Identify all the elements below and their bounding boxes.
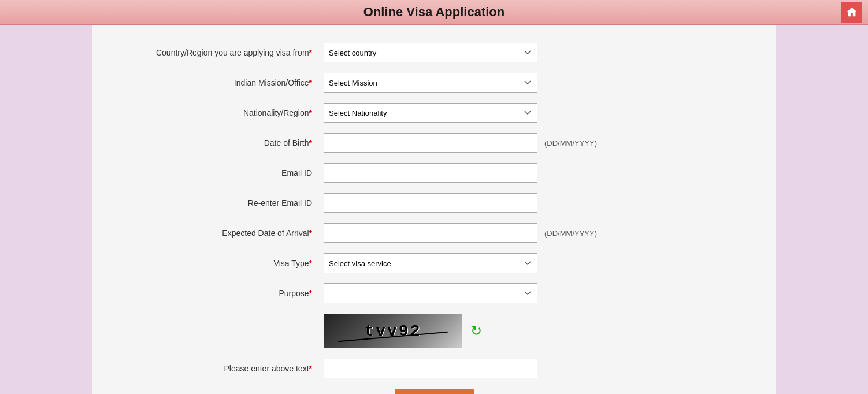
home-icon[interactable]	[841, 2, 862, 23]
dob-input[interactable]	[324, 133, 537, 153]
reenter-email-row: Re-enter Email ID	[116, 193, 752, 213]
dob-row: Date of Birth* (DD/MM/YYYY)	[116, 133, 752, 153]
nationality-required: *	[309, 108, 312, 117]
email-row: Email ID	[116, 163, 752, 183]
country-label: Country/Region you are applying visa fro…	[116, 47, 324, 58]
visa-type-label: Visa Type*	[116, 258, 324, 268]
country-select[interactable]: Select country	[324, 43, 537, 62]
nationality-row: Nationality/Region* Select Nationality	[116, 103, 752, 123]
mission-required: *	[309, 78, 312, 87]
main-content: Country/Region you are applying visa fro…	[92, 25, 776, 394]
arrival-date-input[interactable]	[324, 223, 537, 243]
arrival-date-hint: (DD/MM/YYYY)	[544, 229, 597, 238]
purpose-label: Purpose*	[116, 288, 324, 299]
nationality-select[interactable]: Select Nationality	[324, 103, 537, 123]
dob-label: Date of Birth*	[116, 138, 324, 148]
mission-select[interactable]: Select Mission	[324, 73, 537, 93]
captcha-required: *	[309, 364, 312, 373]
mission-row: Indian Mission/Office* Select Mission	[116, 73, 752, 93]
page-wrapper: Online Visa Application Country/Region y…	[0, 0, 868, 394]
nationality-label: Nationality/Region*	[116, 108, 324, 118]
captcha-row: tvv92 ↻	[116, 314, 752, 348]
captcha-input[interactable]	[324, 359, 537, 378]
country-required: *	[309, 48, 312, 57]
dob-required: *	[309, 138, 312, 148]
visa-type-select[interactable]: Select visa service	[324, 253, 537, 273]
country-row: Country/Region you are applying visa fro…	[116, 43, 752, 62]
mission-label: Indian Mission/Office*	[116, 78, 324, 88]
purpose-row: Purpose*	[116, 283, 752, 303]
email-label: Email ID	[116, 168, 324, 178]
page-title: Online Visa Application	[0, 5, 868, 20]
continue-button[interactable]: Continue	[395, 389, 474, 394]
purpose-select[interactable]	[324, 283, 537, 303]
reenter-email-label: Re-enter Email ID	[116, 198, 324, 208]
arrival-date-row: Expected Date of Arrival* (DD/MM/YYYY)	[116, 223, 752, 243]
visa-type-required: *	[309, 259, 312, 268]
captcha-input-label: Please enter above text*	[116, 363, 324, 374]
dob-hint: (DD/MM/YYYY)	[544, 139, 597, 148]
captcha-image: tvv92	[324, 314, 462, 348]
header-banner: Online Visa Application	[0, 0, 868, 25]
visa-type-row: Visa Type* Select visa service	[116, 253, 752, 273]
arrival-required: *	[309, 229, 312, 238]
reenter-email-input[interactable]	[324, 193, 537, 213]
continue-row: Continue	[116, 389, 752, 394]
captcha-input-row: Please enter above text*	[116, 359, 752, 378]
arrival-date-label: Expected Date of Arrival*	[116, 228, 324, 238]
refresh-icon[interactable]: ↻	[470, 323, 482, 339]
email-input[interactable]	[324, 163, 537, 183]
purpose-required: *	[309, 289, 312, 298]
